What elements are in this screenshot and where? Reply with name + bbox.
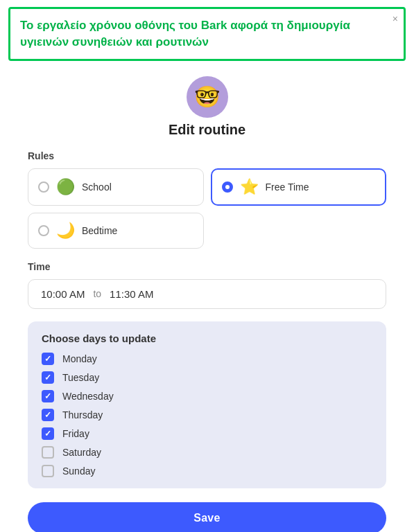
day-label-saturday: Saturday bbox=[62, 447, 101, 458]
rules-section: Rules 🟢 School ⭐ Free Time 🌙 Bedtime bbox=[28, 150, 386, 249]
page-title: Edit routine bbox=[169, 122, 245, 138]
avatar: 🤓 bbox=[187, 76, 228, 118]
rule-card-school[interactable]: 🟢 School bbox=[28, 168, 204, 206]
save-button[interactable]: Save bbox=[28, 502, 386, 532]
day-row-saturday: Saturday bbox=[42, 446, 372, 459]
checkbox-saturday[interactable] bbox=[42, 446, 54, 459]
day-row-wednesday: Wednesday bbox=[42, 390, 372, 402]
day-row-tuesday: Tuesday bbox=[42, 371, 372, 384]
time-label: Time bbox=[28, 261, 386, 272]
days-box: Choose days to update Monday Tuesday Wed… bbox=[28, 321, 386, 488]
checkbox-friday[interactable] bbox=[42, 427, 54, 440]
rule-radio-freetime[interactable] bbox=[222, 181, 233, 193]
rules-grid: 🟢 School ⭐ Free Time 🌙 Bedtime bbox=[28, 168, 386, 249]
time-end: 11:30 AM bbox=[110, 288, 153, 300]
rule-card-freetime[interactable]: ⭐ Free Time bbox=[211, 168, 387, 206]
day-row-monday: Monday bbox=[42, 353, 372, 365]
checkbox-monday[interactable] bbox=[42, 353, 54, 365]
day-label-friday: Friday bbox=[62, 428, 89, 439]
rule-card-bedtime[interactable]: 🌙 Bedtime bbox=[28, 213, 204, 249]
main-content: 🤓 Edit routine Rules 🟢 School ⭐ Free Tim… bbox=[0, 66, 414, 532]
rule-name-school: School bbox=[82, 181, 112, 193]
time-separator: to bbox=[93, 288, 101, 299]
time-section: Time 10:00 AM to 11:30 AM bbox=[28, 261, 386, 309]
banner-text: Το εργαλείο χρόνου οθόνης του Bark αφορά… bbox=[20, 19, 350, 48]
avatar-container: 🤓 bbox=[187, 76, 228, 118]
day-label-wednesday: Wednesday bbox=[62, 391, 114, 402]
rule-name-freetime: Free Time bbox=[266, 181, 309, 193]
rules-label: Rules bbox=[28, 150, 386, 161]
time-row[interactable]: 10:00 AM to 11:30 AM bbox=[28, 279, 386, 309]
banner: Το εργαλείο χρόνου οθόνης του Bark αφορά… bbox=[8, 7, 406, 61]
time-start: 10:00 AM bbox=[41, 288, 85, 300]
day-row-sunday: Sunday bbox=[42, 465, 372, 477]
day-label-sunday: Sunday bbox=[62, 466, 95, 477]
checkbox-wednesday[interactable] bbox=[42, 390, 54, 402]
rule-radio-school[interactable] bbox=[38, 181, 49, 193]
checkbox-thursday[interactable] bbox=[42, 409, 54, 421]
day-label-monday: Monday bbox=[62, 353, 97, 364]
day-label-thursday: Thursday bbox=[62, 409, 103, 420]
banner-close-icon[interactable]: × bbox=[393, 13, 398, 24]
rule-radio-bedtime[interactable] bbox=[38, 225, 49, 236]
avatar-emoji: 🤓 bbox=[194, 85, 220, 109]
bedtime-icon: 🌙 bbox=[56, 222, 75, 240]
day-row-friday: Friday bbox=[42, 427, 372, 440]
day-row-thursday: Thursday bbox=[42, 409, 372, 421]
rule-name-bedtime: Bedtime bbox=[82, 225, 117, 236]
checkbox-tuesday[interactable] bbox=[42, 371, 54, 384]
checkbox-sunday[interactable] bbox=[42, 465, 54, 477]
school-icon: 🟢 bbox=[56, 178, 75, 196]
day-label-tuesday: Tuesday bbox=[62, 372, 99, 383]
freetime-icon: ⭐ bbox=[240, 178, 259, 196]
days-title: Choose days to update bbox=[42, 332, 372, 344]
